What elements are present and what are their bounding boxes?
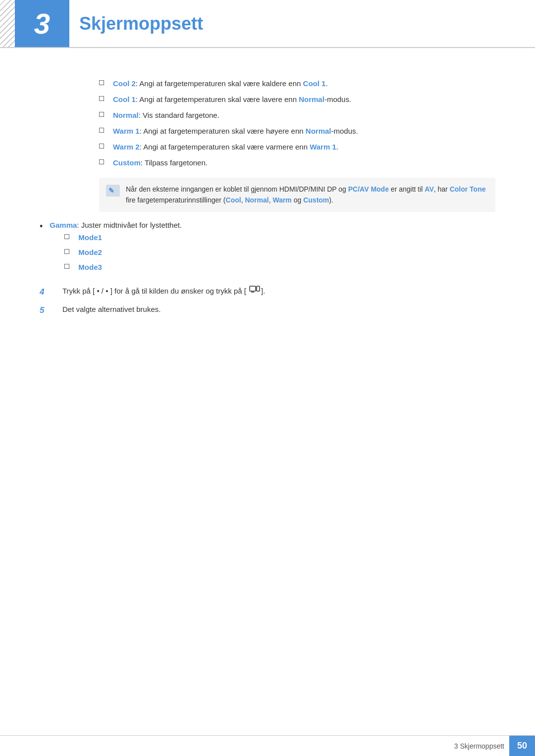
svg-rect-3 bbox=[257, 286, 260, 291]
header-stripe-decoration bbox=[0, 0, 15, 47]
color-tone-list-section: Cool 2: Angi at fargetemperaturen skal v… bbox=[99, 78, 495, 212]
cool1-ref: Cool 1 bbox=[303, 79, 326, 88]
normal-ref1: Normal bbox=[299, 95, 324, 103]
chapter-number: 3 bbox=[34, 7, 50, 40]
page-footer: 3 Skjermoppsett 50 bbox=[0, 735, 535, 756]
sub-bullet-icon bbox=[64, 234, 69, 239]
list-item-cool1: Cool 1: Angi at fargetemperaturen skal v… bbox=[99, 94, 495, 105]
main-bullet-icon: • bbox=[40, 221, 43, 232]
custom-label: Custom bbox=[113, 158, 141, 167]
footer-chapter-label: 3 Skjermoppsett bbox=[454, 742, 504, 750]
item-text: Warm 2: Angi at fargetemperaturen skal v… bbox=[113, 141, 338, 153]
list-item-custom: Custom: Tilpass fargetonen. bbox=[99, 157, 495, 169]
main-content: Cool 2: Angi at fargetemperaturen skal v… bbox=[0, 78, 535, 361]
footer-page-number: 50 bbox=[509, 736, 535, 756]
main-list: • Gamma: Juster midtnivået for lystetthe… bbox=[40, 221, 495, 276]
mode1-item: Mode1 bbox=[64, 232, 182, 244]
item-text: Custom: Tilpass fargetonen. bbox=[113, 157, 208, 169]
note-icon: ✎ bbox=[106, 185, 120, 197]
steps-list: 4 Trykk på [ • / • ] for å gå til kilden… bbox=[40, 285, 495, 317]
gamma-text: Gamma: Juster midtnivået for lystetthet. bbox=[50, 221, 182, 229]
sub-bullet-icon bbox=[99, 144, 104, 149]
mode3-label: Mode3 bbox=[78, 261, 102, 273]
item-text: Normal: Vis standard fargetone. bbox=[113, 109, 219, 121]
item-text: Cool 1: Angi at fargetemperaturen skal v… bbox=[113, 94, 351, 105]
cool-ref: Cool bbox=[226, 196, 241, 204]
step-4: 4 Trykk på [ • / • ] for å gå til kilden… bbox=[40, 285, 495, 299]
list-item-warm1: Warm 1: Angi at fargetemperaturen skal v… bbox=[99, 125, 495, 137]
color-tone-list: Cool 2: Angi at fargetemperaturen skal v… bbox=[99, 78, 495, 169]
warm-ref: Warm bbox=[272, 196, 291, 204]
sub-bullet-icon bbox=[99, 96, 104, 101]
sub-bullet-icon bbox=[99, 128, 104, 133]
step-4-text: Trykk på [ • / • ] for å gå til kilden d… bbox=[62, 285, 265, 297]
normal-ref2: Normal bbox=[306, 127, 331, 135]
normal-label: Normal bbox=[113, 111, 139, 119]
step-5-text: Det valgte alternativet brukes. bbox=[62, 303, 160, 315]
gamma-modes-list: Mode1 Mode2 Mode3 bbox=[64, 232, 182, 273]
warm1-ref: Warm 1 bbox=[310, 143, 336, 151]
warm2-label: Warm 2 bbox=[113, 143, 140, 151]
custom-ref: Custom bbox=[303, 196, 329, 204]
item-text: Cool 2: Angi at fargetemperaturen skal v… bbox=[113, 78, 328, 90]
sub-bullet-icon bbox=[99, 80, 104, 85]
cool2-label: Cool 2 bbox=[113, 79, 136, 88]
mode2-item: Mode2 bbox=[64, 247, 182, 258]
svg-rect-2 bbox=[250, 286, 256, 291]
warm1-label: Warm 1 bbox=[113, 127, 140, 135]
step-5-number: 5 bbox=[40, 303, 54, 317]
chapter-block: 3 bbox=[15, 0, 69, 47]
normal-ref3: Normal bbox=[245, 196, 268, 204]
item-text: Warm 1: Angi at fargetemperaturen skal v… bbox=[113, 125, 358, 137]
step-5: 5 Det valgte alternativet brukes. bbox=[40, 303, 495, 317]
svg-text:✎: ✎ bbox=[108, 187, 114, 195]
sub-bullet-icon bbox=[99, 112, 104, 117]
mode3-item: Mode3 bbox=[64, 261, 182, 273]
gamma-label: Gamma bbox=[50, 221, 77, 229]
note-box: ✎ Når den eksterne inngangen er koblet t… bbox=[99, 178, 495, 212]
page-header: 3 Skjermoppsett bbox=[0, 0, 535, 48]
list-item-warm2: Warm 2: Angi at fargetemperaturen skal v… bbox=[99, 141, 495, 153]
gamma-item: • Gamma: Juster midtnivået for lystetthe… bbox=[40, 221, 495, 276]
mode1-label: Mode1 bbox=[78, 232, 102, 244]
mode2-label: Mode2 bbox=[78, 247, 102, 258]
sub-bullet-icon bbox=[64, 264, 69, 269]
pcav-mode-ref: PC/AV Mode bbox=[348, 185, 389, 193]
sub-bullet-icon bbox=[99, 159, 104, 164]
list-item-normal: Normal: Vis standard fargetone. bbox=[99, 109, 495, 121]
cool1-label: Cool 1 bbox=[113, 95, 136, 103]
monitor-icon bbox=[249, 286, 260, 294]
sub-bullet-icon bbox=[64, 249, 69, 254]
av-ref: AV bbox=[425, 185, 433, 193]
color-tone-ref: Color Tone bbox=[450, 185, 486, 193]
chapter-title: Skjermoppsett bbox=[69, 13, 203, 34]
step-4-number: 4 bbox=[40, 285, 54, 299]
note-text: Når den eksterne inngangen er koblet til… bbox=[126, 184, 488, 206]
list-item-cool2: Cool 2: Angi at fargetemperaturen skal v… bbox=[99, 78, 495, 90]
gamma-content: Gamma: Juster midtnivået for lystetthet.… bbox=[50, 221, 182, 276]
